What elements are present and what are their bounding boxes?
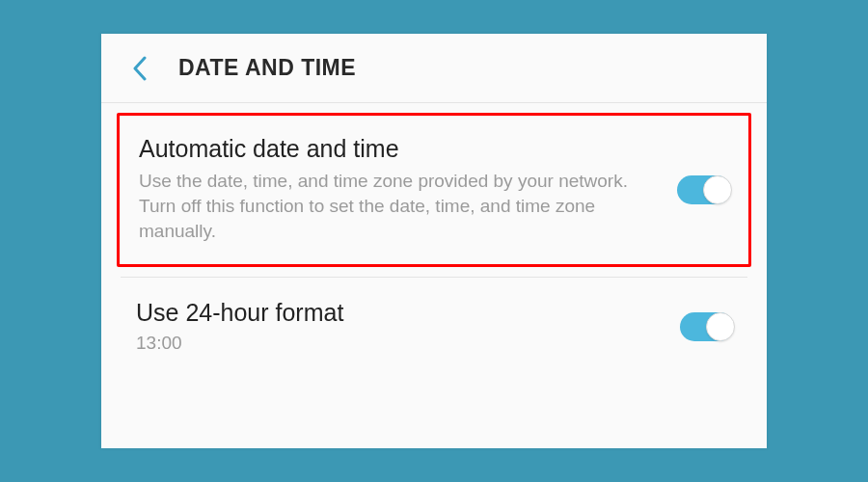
setting-automatic-date-time[interactable]: Automatic date and time Use the date, ti… [117, 113, 751, 267]
setting-text-block: Automatic date and time Use the date, ti… [139, 135, 677, 245]
toggle-automatic-date-time[interactable] [677, 175, 731, 204]
back-icon[interactable] [132, 56, 148, 81]
page-title: DATE AND TIME [178, 55, 356, 81]
toggle-knob-icon [706, 312, 735, 341]
settings-panel: DATE AND TIME Automatic date and time Us… [101, 34, 767, 448]
setting-title: Automatic date and time [139, 135, 658, 163]
toggle-knob-icon [703, 175, 732, 204]
toggle-24-hour-format[interactable] [680, 312, 734, 341]
setting-24-hour-format[interactable]: Use 24-hour format 13:00 [117, 278, 751, 375]
header-bar: DATE AND TIME [101, 34, 767, 103]
settings-list: Automatic date and time Use the date, ti… [101, 103, 767, 375]
setting-description: Use the date, time, and time zone provid… [139, 169, 658, 245]
setting-title: Use 24-hour format [136, 299, 661, 327]
setting-example: 13:00 [136, 331, 661, 356]
setting-text-block: Use 24-hour format 13:00 [136, 299, 680, 356]
